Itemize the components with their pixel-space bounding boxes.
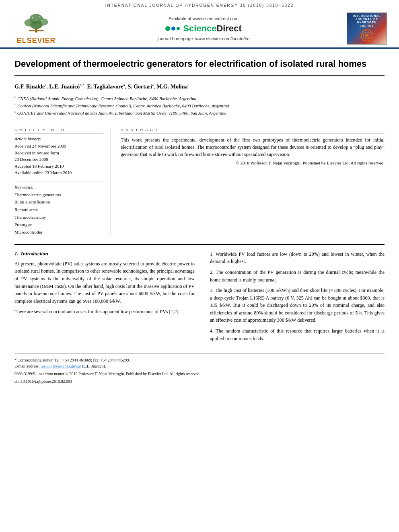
sciencedirect-logo: ScienceDirect: [60, 23, 347, 34]
hydrogen-energy-cover: INTERNATIONALJOURNAL OFHYDROGENENERGY: [347, 12, 387, 45]
section-1-number: 1.: [14, 251, 19, 257]
history-item-4: Accepted 18 February 2010: [14, 163, 103, 170]
corresponding-note-text: * Corresponding author. Tel.: +54 2944 4…: [14, 358, 130, 362]
publisher-banner: ELSEVIER Available at www.sciencedirect.…: [0, 9, 399, 49]
section-1-title: Introduction: [21, 251, 48, 257]
svg-point-3: [30, 21, 42, 29]
affiliation-c: c CONICET and Universidad Nacional de Sa…: [14, 109, 385, 116]
svg-point-7: [39, 16, 40, 18]
affiliation-b: b Conicet (National Scientific and Techn…: [14, 102, 385, 109]
affiliations: a CNEA (National Atomic Energy Commissio…: [14, 94, 385, 122]
keyword-1: Thermoelectric generators: [14, 191, 103, 199]
sd-dot-3: [177, 27, 180, 30]
author-4: S. Gortari: [128, 83, 152, 89]
keyword-3: Remote areas: [14, 206, 103, 214]
sd-dot-2: [171, 27, 175, 31]
keywords-label: Keywords:: [14, 185, 103, 189]
author-2-sup: b,*: [80, 83, 84, 87]
list-item-1: 1. Worldwide PV load factors are low (do…: [204, 251, 385, 265]
author-5-sup: c: [187, 83, 189, 87]
author-3: E. Taglialavore: [87, 83, 123, 89]
affiliation-a: a CNEA (National Atomic Energy Commissio…: [14, 94, 385, 102]
history-label: Article history:: [14, 136, 103, 141]
pv-causes-list: 1. Worldwide PV load factors are low (do…: [204, 251, 385, 343]
author-5: M.G. Molina: [156, 83, 187, 89]
available-at-text: Available at www.sciencedirect.com: [60, 16, 347, 21]
abstract-copyright: © 2010 Professor T. Nejat Veziroglu. Pub…: [121, 160, 385, 165]
body-right-column: 1. Worldwide PV load factors are low (do…: [204, 251, 385, 346]
svg-point-6: [32, 17, 33, 18]
history-item-2: Received in revised form: [14, 150, 103, 156]
author-4-sup: a: [152, 83, 154, 87]
abstract-label: A B S T R A C T: [121, 128, 385, 134]
elsevier-brand-text: ELSEVIER: [16, 37, 56, 45]
author-2: L.E. Juanicó: [49, 83, 80, 89]
list-item-2: 2. The concentration of the PV generatio…: [204, 269, 385, 283]
journal-header: International Journal of Hydrogen Energy…: [0, 0, 399, 9]
body-two-col: 1. Introduction At present, photovoltaic…: [14, 251, 385, 346]
article-title: Development of thermoelectric generators…: [14, 58, 385, 76]
section-1-heading: 1. Introduction: [14, 251, 195, 257]
elsevier-tree-icon: [20, 12, 52, 36]
list-item-4-num: 4.: [210, 328, 216, 334]
keyword-6: Microcontroller: [14, 228, 103, 236]
issn-line: 0360-3199/$ – see front matter © 2010 Pr…: [14, 371, 385, 377]
history-item-1: Received 24 November 2009: [14, 143, 103, 150]
main-content: Development of thermoelectric generators…: [0, 49, 399, 391]
footer-section: * Corresponding author. Tel.: +54 2944 4…: [14, 353, 385, 384]
list-item-3: 3. The high cost of batteries (300 $/kWh…: [204, 287, 385, 324]
email-label-text: E-mail address:: [14, 364, 39, 368]
sd-dot-1: [165, 26, 170, 31]
author-3-sup: a: [123, 83, 125, 87]
journal-header-text: International Journal of Hydrogen Energy…: [105, 3, 294, 8]
elsevier-logo: ELSEVIER: [12, 12, 60, 45]
abstract-text: This work presents the experimental deve…: [121, 136, 385, 158]
science-text: Science: [183, 23, 216, 33]
doi-line: doi:10.1016/j.ijhydene.2010.02.093: [14, 378, 385, 384]
history-item-5: Available online 23 March 2010: [14, 169, 103, 176]
history-item-3: 20 December 2009: [14, 156, 103, 163]
intro-para-2: There are several concomitant causes for…: [14, 308, 195, 316]
direct-text: Direct: [216, 23, 241, 33]
sd-dots-icon: [165, 26, 180, 31]
body-left-column: 1. Introduction At present, photovoltaic…: [14, 251, 195, 346]
body-content: 1. Introduction At present, photovoltaic…: [14, 244, 385, 346]
keyword-4: Thermoelectricity: [14, 214, 103, 221]
info-abstract-section: A R T I C L E I N F O Article history: R…: [14, 128, 385, 236]
keywords-section: Keywords: Thermoelectric generators Rura…: [14, 181, 103, 236]
keyword-5: Prototype: [14, 221, 103, 228]
article-info-column: A R T I C L E I N F O Article history: R…: [14, 128, 111, 236]
sciencedirect-text: ScienceDirect: [183, 23, 242, 34]
cover-graphic: [349, 29, 385, 42]
svg-point-11: [365, 34, 369, 37]
email-note: E-mail address: juanico@cab.cnea.gov.ar …: [14, 363, 385, 369]
abstract-column: A B S T R A C T This work presents the e…: [121, 128, 385, 236]
corresponding-author-note: * Corresponding author. Tel.: +54 2944 4…: [14, 357, 385, 363]
email-suffix: (L.E. Juanicó).: [82, 364, 106, 368]
list-item-3-num: 3.: [210, 288, 215, 293]
intro-para-1: At present, photovoltaic (PV) solar syst…: [14, 260, 195, 305]
email-link[interactable]: juanico@cab.cnea.gov.ar: [41, 364, 81, 368]
list-item-2-num: 2.: [210, 269, 216, 275]
article-info-label: A R T I C L E I N F O: [14, 128, 103, 134]
list-item-1-num: 1.: [210, 251, 216, 257]
author-1: G.F. Rinalde: [14, 83, 45, 89]
cover-title: INTERNATIONALJOURNAL OFHYDROGENENERGY: [353, 14, 381, 28]
journal-homepage-text: journal homepage: www.elsevier.com/locat…: [60, 36, 347, 41]
svg-rect-5: [29, 30, 44, 31]
list-item-4: 4. The random characteristic of this res…: [204, 327, 385, 342]
authors-line: G.F. Rinaldea, L.E. Juanicób,*, E. Tagli…: [14, 82, 385, 91]
author-1-sup: a: [45, 83, 46, 87]
svg-point-8: [41, 20, 43, 21]
keyword-2: Rural electrification: [14, 198, 103, 206]
center-banner: Available at www.sciencedirect.com Scien…: [60, 16, 347, 41]
